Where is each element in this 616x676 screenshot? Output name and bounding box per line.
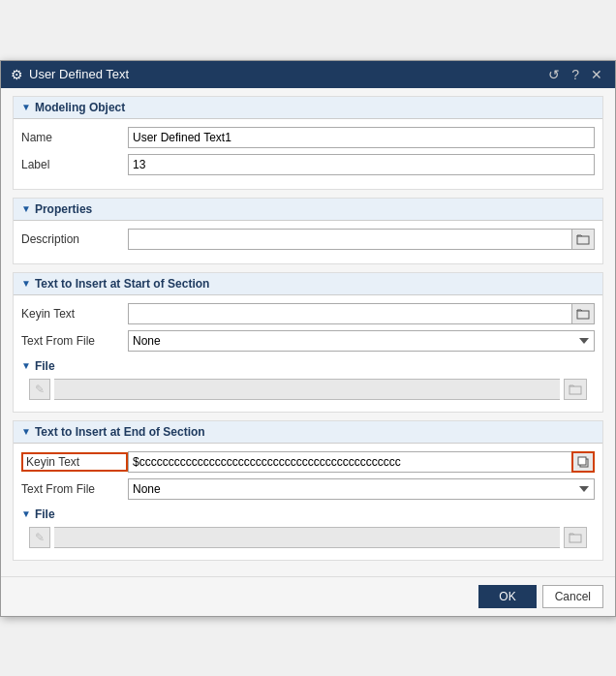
section-text-end-body: Keyin Text Text From File xyxy=(14,444,602,560)
name-label: Name xyxy=(21,131,128,144)
title-bar-left: ⚙ User Defined Text xyxy=(11,67,129,82)
label-input[interactable] xyxy=(128,154,595,175)
start-keyin-row: Keyin Text xyxy=(21,303,595,324)
title-bar-actions: ↺ ? ✕ xyxy=(545,67,605,82)
svg-rect-4 xyxy=(578,457,586,465)
section-modeling-object: ▼ Modeling Object Name Label xyxy=(13,96,603,190)
end-keyin-copy-button[interactable] xyxy=(571,451,595,473)
section-text-end-header[interactable]: ▼ Text to Insert at End of Section xyxy=(14,421,602,444)
folder-icon xyxy=(576,232,590,246)
collapse-arrow-text-start: ▼ xyxy=(21,278,31,289)
title-bar: ⚙ User Defined Text ↺ ? ✕ xyxy=(1,61,615,88)
folder-browse-icon-end xyxy=(569,532,582,543)
section-properties-header[interactable]: ▼ Properties xyxy=(14,199,602,221)
collapse-arrow-modeling: ▼ xyxy=(21,102,31,112)
start-file-body: ✎ xyxy=(21,375,595,404)
collapse-arrow-text-end: ▼ xyxy=(21,426,31,437)
description-input[interactable] xyxy=(128,229,571,250)
svg-rect-1 xyxy=(577,311,589,319)
end-keyin-input[interactable] xyxy=(128,451,571,473)
section-text-end: ▼ Text to Insert at End of Section Keyin… xyxy=(13,420,603,561)
end-textfromfile-select[interactable]: None xyxy=(128,478,595,500)
name-row: Name xyxy=(21,127,595,148)
section-properties-label: Properties xyxy=(35,202,92,216)
description-row: Description xyxy=(21,229,595,250)
start-file-path-input xyxy=(54,379,560,400)
label-label: Label xyxy=(21,158,128,171)
collapse-arrow-properties: ▼ xyxy=(21,203,31,214)
dialog-user-defined-text: ⚙ User Defined Text ↺ ? ✕ ▼ Modeling Obj… xyxy=(0,60,616,617)
collapse-arrow-start-file: ▼ xyxy=(21,360,31,371)
start-keyin-input-group xyxy=(128,303,595,324)
svg-rect-0 xyxy=(577,236,589,244)
start-file-edit-button[interactable]: ✎ xyxy=(29,379,50,400)
end-textfromfile-label: Text From File xyxy=(21,482,128,496)
section-text-end-label: Text to Insert at End of Section xyxy=(35,425,205,439)
start-textfromfile-row: Text From File None xyxy=(21,330,595,352)
start-textfromfile-select[interactable]: None xyxy=(128,330,595,352)
start-file-label: File xyxy=(35,359,55,373)
gear-icon: ⚙ xyxy=(11,67,23,82)
svg-rect-5 xyxy=(570,535,581,542)
start-file-browse-button[interactable] xyxy=(564,379,587,400)
copy-icon xyxy=(577,456,589,468)
description-input-group xyxy=(128,229,595,250)
label-row: Label xyxy=(21,154,595,175)
start-keyin-browse-button[interactable] xyxy=(571,303,595,324)
end-file-subsection: ▼ File ✎ xyxy=(21,506,595,552)
end-file-path-input xyxy=(54,527,560,548)
help-button[interactable]: ? xyxy=(569,67,582,82)
section-text-start-label: Text to Insert at Start of Section xyxy=(35,277,209,291)
ok-button[interactable]: OK xyxy=(478,585,536,608)
dialog-content: ▼ Modeling Object Name Label ▼ Propertie… xyxy=(1,88,615,576)
name-input[interactable] xyxy=(128,127,595,148)
start-file-subsection: ▼ File ✎ xyxy=(21,357,595,404)
cancel-button[interactable]: Cancel xyxy=(542,585,603,608)
section-modeling-object-body: Name Label xyxy=(14,119,602,189)
end-file-subsection-header[interactable]: ▼ File xyxy=(21,506,595,523)
end-keyin-input-group xyxy=(128,451,595,473)
section-text-start-body: Keyin Text Text From File xyxy=(14,295,602,412)
dialog-title: User Defined Text xyxy=(29,67,129,81)
section-text-start: ▼ Text to Insert at Start of Section Key… xyxy=(13,272,603,413)
end-keyin-label: Keyin Text xyxy=(21,452,128,472)
description-label: Description xyxy=(21,232,128,246)
end-file-body: ✎ xyxy=(21,523,595,552)
start-keyin-label: Keyin Text xyxy=(21,307,128,321)
section-text-start-header[interactable]: ▼ Text to Insert at Start of Section xyxy=(14,273,602,295)
svg-rect-2 xyxy=(570,386,581,394)
section-properties-body: Description xyxy=(14,221,602,263)
reset-button[interactable]: ↺ xyxy=(545,67,563,82)
end-file-edit-button[interactable]: ✎ xyxy=(29,527,50,548)
end-textfromfile-row: Text From File None xyxy=(21,478,595,500)
folder-browse-icon-start xyxy=(569,384,582,395)
section-modeling-object-label: Modeling Object xyxy=(35,101,125,114)
start-keyin-input[interactable] xyxy=(128,303,571,324)
start-file-row: ✎ xyxy=(29,379,587,400)
start-file-subsection-header[interactable]: ▼ File xyxy=(21,357,595,375)
end-file-label: File xyxy=(35,507,55,521)
section-modeling-object-header[interactable]: ▼ Modeling Object xyxy=(14,97,602,119)
folder-icon-start xyxy=(576,307,590,321)
section-properties: ▼ Properties Description xyxy=(13,198,603,264)
end-keyin-row: Keyin Text xyxy=(21,451,595,473)
end-file-row: ✎ xyxy=(29,527,587,548)
start-textfromfile-label: Text From File xyxy=(21,334,128,348)
close-button[interactable]: ✕ xyxy=(588,67,605,82)
end-file-browse-button[interactable] xyxy=(564,527,587,548)
description-browse-button[interactable] xyxy=(571,229,595,250)
collapse-arrow-end-file: ▼ xyxy=(21,508,31,519)
footer: OK Cancel xyxy=(1,576,615,616)
